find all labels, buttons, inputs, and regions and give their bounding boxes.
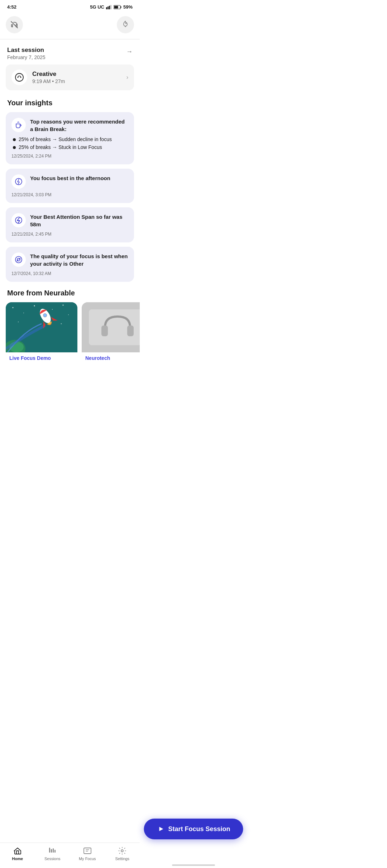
insight-text-3: Your Best Attention Span so far was 58m	[30, 213, 128, 228]
insight-icon-wrap-4	[11, 252, 26, 267]
svg-rect-6	[114, 6, 118, 8]
neurotech-image	[82, 302, 140, 352]
status-time: 4:52	[7, 4, 16, 10]
insight-bullet-1-1: 25% of breaks → Sudden decline in focus	[13, 136, 128, 142]
headphones-off-button[interactable]	[6, 16, 23, 33]
last-session-date: February 7, 2025	[7, 54, 46, 60]
insight-card-3: Your Best Attention Span so far was 58m …	[6, 207, 134, 242]
headphones-illustration	[82, 302, 140, 352]
insight-card-1-header: Top reasons you were recommended a Brain…	[11, 118, 128, 133]
insight-icon-wrap-2	[11, 174, 26, 189]
status-right: 5G UC 59%	[90, 4, 133, 10]
insight-date-1: 12/25/2024, 2:24 PM	[11, 154, 128, 159]
session-icon-wrap	[11, 69, 27, 85]
insight-bullet-1-2: 25% of breaks → Stuck in Low Focus	[13, 144, 128, 150]
svg-point-20	[68, 314, 69, 315]
bottom-spacer	[0, 364, 140, 421]
insight-bullets-1: 25% of breaks → Sudden decline in focus …	[11, 136, 128, 150]
svg-rect-2	[109, 6, 110, 9]
top-icons-row	[0, 13, 140, 39]
last-session-info: Last session February 7, 2025	[7, 47, 46, 60]
fire-icon	[121, 20, 130, 29]
svg-point-16	[23, 313, 24, 313]
status-bar: 4:52 5G UC 59%	[0, 0, 140, 13]
svg-point-22	[61, 323, 62, 324]
rocket-illustration	[6, 302, 77, 352]
creative-icon	[15, 73, 24, 82]
session-name: Creative	[32, 71, 126, 78]
coffee-icon	[15, 121, 23, 129]
battery-percent: 59%	[123, 4, 133, 10]
fire-button[interactable]	[117, 16, 134, 33]
more-cards-row: Live Focus Demo Neurotech	[0, 302, 140, 364]
headphones-off-icon	[10, 20, 19, 29]
insight-card-1: Top reasons you were recommended a Brain…	[6, 112, 134, 164]
zap-icon	[15, 216, 23, 224]
insight-text-4: The quality of your focus is best when y…	[30, 252, 128, 267]
svg-point-15	[13, 307, 14, 308]
svg-point-13	[15, 256, 22, 263]
svg-rect-5	[120, 6, 121, 8]
insight-text-1: Top reasons you were recommended a Brain…	[30, 118, 128, 133]
insight-date-2: 12/21/2024, 3:03 PM	[11, 192, 128, 197]
svg-point-17	[34, 305, 35, 307]
session-chevron: ›	[126, 74, 128, 81]
insights-title: Your insights	[0, 97, 140, 112]
more-card-neurotech[interactable]: Neurotech	[82, 302, 140, 364]
signal-icon	[106, 5, 112, 9]
insight-date-4: 12/7/2024, 10:32 AM	[11, 271, 128, 276]
insight-card-4: The quality of your focus is best when y…	[6, 247, 134, 282]
last-session-arrow[interactable]: →	[126, 48, 133, 56]
svg-point-9	[18, 77, 19, 78]
svg-rect-29	[101, 326, 108, 336]
status-network: 5G UC	[90, 4, 104, 10]
insight-icon-wrap-1	[11, 118, 26, 132]
session-time: 9:19 AM • 27m	[32, 78, 126, 84]
more-card-focus-demo[interactable]: Live Focus Demo	[6, 302, 77, 364]
svg-point-18	[52, 309, 53, 310]
bullet-dot	[13, 146, 16, 149]
neurotech-label: Neurotech	[82, 352, 140, 364]
battery-icon	[114, 5, 121, 9]
svg-point-7	[125, 26, 126, 27]
last-session-title: Last session	[7, 47, 46, 54]
insight-text-2: You focus best in the afternoon	[30, 174, 128, 182]
insight-date-3: 12/21/2024, 2:45 PM	[11, 232, 128, 237]
svg-point-10	[20, 77, 22, 78]
session-card[interactable]: Creative 9:19 AM • 27m ›	[6, 64, 134, 90]
svg-point-21	[18, 322, 19, 322]
svg-rect-0	[106, 7, 107, 9]
svg-rect-1	[108, 6, 109, 9]
insight-icon-wrap-3	[11, 213, 26, 227]
session-info: Creative 9:19 AM • 27m	[32, 71, 126, 84]
svg-point-8	[15, 73, 23, 81]
insight-card-2-header: You focus best in the afternoon	[11, 174, 128, 189]
last-session-header: Last session February 7, 2025 →	[0, 44, 140, 64]
more-section-title: More from Neurable	[0, 286, 140, 302]
bullet-dot	[13, 138, 16, 141]
svg-point-19	[63, 305, 64, 306]
insight-card-2: You focus best in the afternoon 12/21/20…	[6, 169, 134, 203]
refresh-icon	[15, 256, 23, 264]
focus-demo-image	[6, 302, 77, 352]
svg-rect-3	[110, 5, 111, 9]
insight-card-4-header: The quality of your focus is best when y…	[11, 252, 128, 267]
lightning-bolt-icon	[15, 178, 23, 185]
top-divider	[0, 39, 140, 39]
svg-rect-30	[127, 326, 134, 336]
insight-card-3-header: Your Best Attention Span so far was 58m	[11, 213, 128, 228]
focus-demo-label: Live Focus Demo	[6, 352, 77, 364]
